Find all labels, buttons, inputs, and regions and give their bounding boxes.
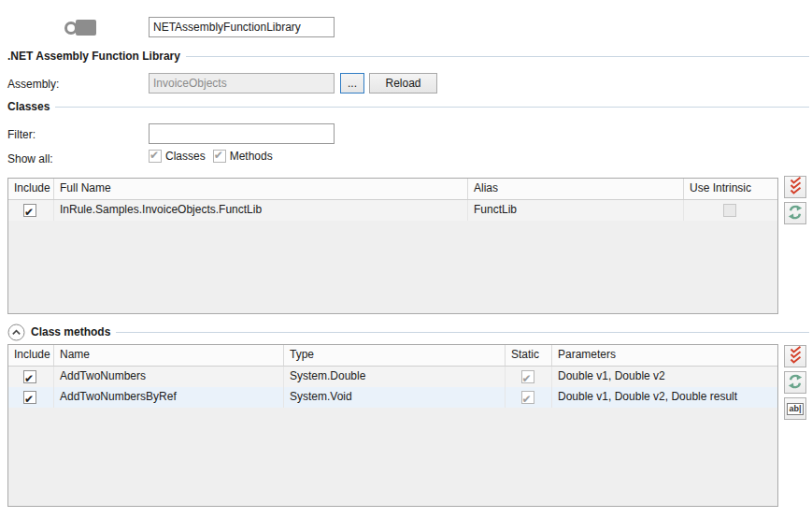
col-static[interactable]: Static <box>506 345 552 366</box>
methods-rename-button[interactable]: ab| <box>784 397 806 420</box>
triple-checkmarks-icon <box>789 177 803 197</box>
classes-check-all-button[interactable] <box>784 176 806 198</box>
classes-table: Include Full Name Alias Use Intrinsic In… <box>7 178 778 314</box>
methods-refresh-button[interactable] <box>784 371 806 394</box>
static-checkbox <box>521 370 534 383</box>
include-cell <box>8 387 54 408</box>
library-name-input[interactable] <box>149 17 335 37</box>
section-rule <box>55 107 809 108</box>
show-all-options: Classes Methods <box>149 150 280 163</box>
parameters-cell: Double v1, Double v2 <box>552 367 777 387</box>
classes-table-row[interactable]: InRule.Samples.InvoiceObjects.FunctLib F… <box>8 200 777 221</box>
show-all-label: Show all: <box>7 152 53 165</box>
browse-assembly-button[interactable]: ... <box>340 73 364 94</box>
classes-refresh-button[interactable] <box>784 202 806 224</box>
assembly-label: Assembly: <box>7 78 59 91</box>
section-classes: Classes <box>7 97 809 116</box>
refresh-icon <box>788 205 803 223</box>
alias-cell: FunctLib <box>468 200 684 221</box>
use-intrinsic-checkbox <box>723 204 736 217</box>
methods-table: Include Name Type Static Parameters AddT… <box>7 344 778 507</box>
methods-table-header: Include Name Type Static Parameters <box>8 345 777 367</box>
rename-ab-icon: ab| <box>787 403 803 415</box>
section-rule <box>186 56 809 57</box>
show-all-methods-label: Methods <box>230 150 273 163</box>
section-rule <box>116 332 809 333</box>
refresh-icon <box>788 374 803 392</box>
include-checkbox[interactable] <box>23 391 36 404</box>
section-classes-title: Classes <box>7 100 50 113</box>
include-cell <box>8 200 54 221</box>
static-cell <box>506 367 552 387</box>
show-all-methods-checkbox <box>213 150 226 163</box>
col-type[interactable]: Type <box>284 345 506 366</box>
include-checkbox[interactable] <box>23 370 36 383</box>
method-name-cell: AddTwoNumbersByRef <box>54 387 284 408</box>
col-use-intrinsic[interactable]: Use Intrinsic <box>684 179 777 199</box>
methods-table-row[interactable]: AddTwoNumbers System.Double Double v1, D… <box>8 367 777 387</box>
static-cell <box>506 387 552 408</box>
function-library-icon-block <box>76 20 96 36</box>
reload-assembly-button[interactable]: Reload <box>369 73 437 94</box>
col-include[interactable]: Include <box>8 179 54 199</box>
col-full-name[interactable]: Full Name <box>54 179 468 199</box>
function-library-icon-ring <box>64 22 78 35</box>
triple-checkmarks-icon <box>789 346 803 367</box>
section-class-methods: Class methods <box>7 323 809 341</box>
method-type-cell: System.Void <box>284 387 506 408</box>
col-include[interactable]: Include <box>8 345 54 366</box>
methods-check-all-button[interactable] <box>784 345 806 367</box>
net-assembly-function-library-editor: .NET Assembly Function Library Assembly:… <box>0 0 812 518</box>
classes-table-header: Include Full Name Alias Use Intrinsic <box>8 179 777 200</box>
include-cell <box>8 367 54 387</box>
parameters-cell: Double v1, Double v2, Double result <box>552 387 777 408</box>
methods-table-row[interactable]: AddTwoNumbersByRef System.Void Double v1… <box>8 387 777 408</box>
filter-input[interactable] <box>149 123 335 144</box>
col-name[interactable]: Name <box>54 345 284 366</box>
include-checkbox[interactable] <box>23 204 36 217</box>
use-intrinsic-cell <box>684 200 777 221</box>
full-name-cell: InRule.Samples.InvoiceObjects.FunctLib <box>54 200 468 221</box>
assembly-path-input <box>149 73 335 94</box>
section-class-methods-title: Class methods <box>31 325 110 338</box>
method-type-cell: System.Double <box>284 367 506 387</box>
static-checkbox <box>521 391 534 404</box>
col-parameters[interactable]: Parameters <box>552 345 777 366</box>
section-library-title: .NET Assembly Function Library <box>7 50 180 63</box>
collapse-class-methods-button[interactable] <box>7 324 25 341</box>
filter-label: Filter: <box>7 128 36 141</box>
show-all-classes-label: Classes <box>165 150 206 163</box>
col-alias[interactable]: Alias <box>468 179 684 199</box>
section-library: .NET Assembly Function Library <box>7 47 809 65</box>
show-all-classes-checkbox <box>149 150 162 163</box>
method-name-cell: AddTwoNumbers <box>54 367 284 387</box>
